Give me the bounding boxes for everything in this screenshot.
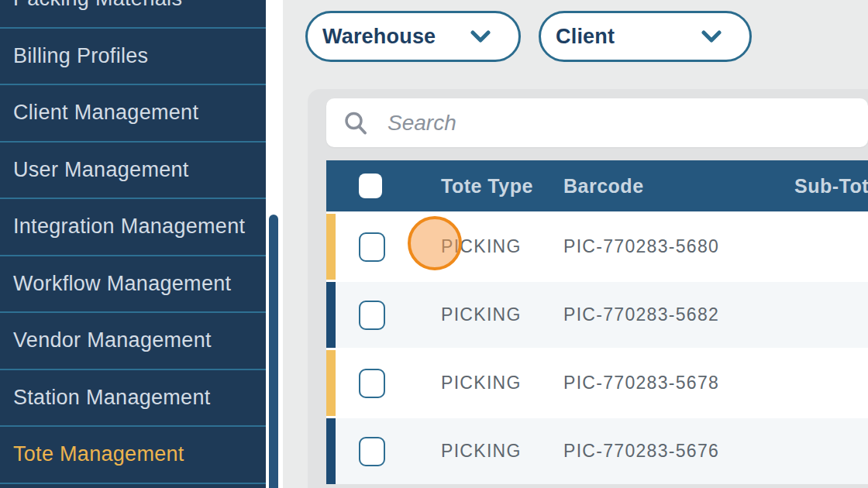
column-header-sub-totes[interactable]: Sub-Totes <box>794 175 868 198</box>
row-checkbox[interactable] <box>359 369 385 398</box>
chevron-down-icon <box>470 30 491 43</box>
tote-table: Tote Type Barcode Sub-Totes PICKING PIC-… <box>326 160 868 484</box>
sidebar-item-billing-profiles[interactable]: Billing Profiles <box>0 29 266 86</box>
table-header-row: Tote Type Barcode Sub-Totes <box>326 160 868 211</box>
table-row[interactable]: PICKING PIC-770283-5676 <box>326 416 868 484</box>
search-bar[interactable] <box>326 98 868 147</box>
sidebar-scroll-gutter <box>266 0 283 488</box>
barcode-value: PIC-770283-5682 <box>563 304 794 325</box>
client-dropdown-label: Client <box>556 25 615 49</box>
client-dropdown[interactable]: Client <box>539 11 752 62</box>
chevron-down-icon <box>701 30 722 43</box>
row-checkbox[interactable] <box>359 437 385 466</box>
header-checkbox-cell <box>326 174 441 198</box>
row-status-strip <box>326 282 336 348</box>
sidebar-item-user-management[interactable]: User Management <box>0 143 266 200</box>
tote-type-value: PICKING <box>441 236 563 257</box>
row-status-strip <box>326 214 336 280</box>
tote-type-value: PICKING <box>441 373 563 393</box>
main-content: Warehouse Client Tote Typ <box>283 0 868 488</box>
sidebar-item-client-management[interactable]: Client Management <box>0 85 266 143</box>
column-header-tote-type[interactable]: Tote Type <box>441 175 563 198</box>
sidebar-scrollbar-thumb[interactable] <box>269 215 278 488</box>
column-header-barcode[interactable]: Barcode <box>563 175 794 198</box>
search-icon <box>344 112 367 135</box>
barcode-value: PIC-770283-5676 <box>563 441 794 462</box>
table-row[interactable]: PICKING PIC-770283-5678 <box>326 348 868 416</box>
sidebar-item-integration-management[interactable]: Integration Management <box>0 199 266 256</box>
table-row[interactable]: PICKING PIC-770283-5680 <box>326 211 868 280</box>
barcode-value: PIC-770283-5678 <box>563 373 794 393</box>
sidebar-item-workflow-management[interactable]: Workflow Management <box>0 256 266 314</box>
row-status-strip <box>326 418 336 484</box>
row-status-strip <box>326 350 336 416</box>
sidebar-item-vendor-management[interactable]: Vendor Management <box>0 313 266 370</box>
row-checkbox[interactable] <box>359 232 385 262</box>
sidebar-item-tote-management[interactable]: Tote Management <box>0 427 266 484</box>
table-row[interactable]: PICKING PIC-770283-5682 <box>326 280 868 348</box>
sidebar-item-station-management[interactable]: Station Management <box>0 370 266 428</box>
tote-type-value: PICKING <box>441 441 563 462</box>
warehouse-dropdown-label: Warehouse <box>322 25 436 49</box>
filter-toolbar: Warehouse Client <box>305 11 752 62</box>
tote-list-panel: Tote Type Barcode Sub-Totes PICKING PIC-… <box>308 89 868 488</box>
warehouse-dropdown[interactable]: Warehouse <box>305 11 521 62</box>
sidebar-item-packing-materials[interactable]: Packing Materials <box>0 0 266 29</box>
select-all-checkbox[interactable] <box>359 174 382 198</box>
search-input[interactable] <box>388 111 775 136</box>
barcode-value: PIC-770283-5680 <box>563 236 794 257</box>
tote-type-value: PICKING <box>441 304 563 325</box>
row-checkbox[interactable] <box>359 301 385 330</box>
sidebar: Packing Materials Billing Profiles Clien… <box>0 0 266 488</box>
sidebar-nav-list: Packing Materials Billing Profiles Clien… <box>0 0 266 484</box>
